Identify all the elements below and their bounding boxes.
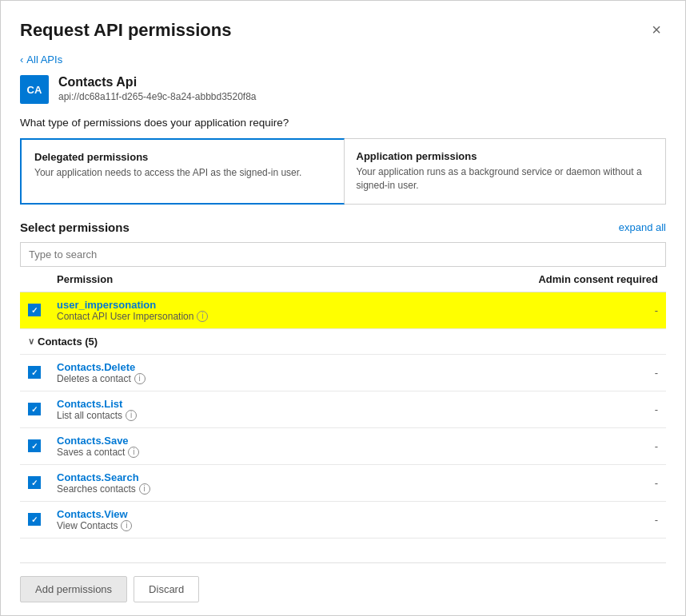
permissions-question: What type of permissions does your appli… — [20, 117, 666, 129]
contacts-search-info-icon[interactable]: i — [139, 483, 150, 495]
api-name: Contacts Api — [58, 75, 257, 89]
contacts-list-checkbox[interactable] — [28, 403, 41, 415]
contacts-delete-info-icon[interactable]: i — [134, 373, 146, 384]
api-details: Contacts Api api://dc68a11f-d265-4e9c-8a… — [58, 75, 257, 102]
delegated-permissions-desc: Your application needs to access the API… — [34, 166, 331, 180]
api-info: CA Contacts Api api://dc68a11f-d265-4e9c… — [20, 75, 666, 104]
contacts-view-admin-consent: - — [390, 501, 666, 538]
close-button[interactable]: × — [647, 20, 666, 39]
highlighted-permission-details: user_impersonation Contact API User Impe… — [49, 292, 390, 328]
dialog-header: Request API permissions × — [20, 20, 666, 41]
contacts-view-details: Contacts.View View Contacts i — [49, 501, 390, 538]
contacts-list-details: Contacts.List List all contacts i — [49, 391, 390, 427]
contacts-list-row: Contacts.List List all contacts i - — [20, 391, 666, 427]
highlighted-perm-desc: Contact API User Impersonation i — [57, 311, 382, 322]
highlighted-admin-consent: - — [390, 292, 666, 328]
col-checkbox — [20, 267, 49, 292]
contacts-view-checkbox[interactable] — [28, 513, 41, 526]
highlighted-checkbox-cell[interactable] — [20, 292, 49, 328]
select-permissions-title: Select permissions — [20, 221, 130, 234]
contacts-save-row: Contacts.Save Saves a contact i - — [20, 427, 666, 464]
contacts-search-row: Contacts.Search Searches contacts i - — [20, 464, 666, 501]
contacts-search-name: Contacts.Search — [57, 471, 382, 483]
contacts-view-desc: View Contacts i — [57, 520, 382, 531]
highlighted-checkbox[interactable] — [28, 304, 41, 316]
select-permissions-header: Select permissions expand all — [20, 221, 666, 234]
col-admin-consent: Admin consent required — [390, 267, 666, 292]
contacts-delete-admin-consent: - — [390, 354, 666, 391]
delegated-permissions-box[interactable]: Delegated permissions Your application n… — [20, 138, 345, 205]
contacts-view-name: Contacts.View — [57, 508, 382, 520]
contacts-delete-checkbox[interactable] — [28, 366, 41, 379]
application-permissions-desc: Your application runs as a background se… — [357, 165, 653, 193]
contacts-save-name: Contacts.Save — [57, 435, 382, 447]
highlighted-perm-content: user_impersonation Contact API User Impe… — [57, 299, 382, 322]
api-icon: CA — [20, 75, 49, 104]
contacts-list-admin-consent: - — [390, 391, 666, 427]
search-input[interactable] — [20, 242, 666, 267]
contacts-group-row[interactable]: ∨ Contacts (5) — [20, 328, 666, 354]
contacts-delete-row: Contacts.Delete Deletes a contact i - — [20, 354, 666, 391]
permission-types-row: Delegated permissions Your application n… — [20, 138, 666, 205]
chevron-left-icon: ‹ — [20, 54, 23, 66]
permissions-table: Permission Admin consent required user_i… — [20, 267, 666, 539]
highlighted-permission-row: user_impersonation Contact API User Impe… — [20, 292, 666, 328]
contacts-search-desc: Searches contacts i — [57, 483, 382, 495]
contacts-view-row: Contacts.View View Contacts i - — [20, 501, 666, 538]
collapse-chevron-icon: ∨ — [28, 336, 34, 347]
contacts-delete-details: Contacts.Delete Deletes a contact i — [49, 354, 390, 391]
contacts-save-details: Contacts.Save Saves a contact i — [49, 427, 390, 464]
dialog-footer: Add permissions Discard — [20, 562, 666, 615]
application-permissions-title: Application permissions — [357, 150, 653, 162]
contacts-group-label: ∨ Contacts (5) — [28, 336, 658, 348]
back-link[interactable]: ‹ All APIs — [20, 54, 666, 66]
contacts-save-info-icon[interactable]: i — [128, 447, 139, 458]
application-permissions-box[interactable]: Application permissions Your application… — [344, 139, 666, 204]
contacts-search-details: Contacts.Search Searches contacts i — [49, 464, 390, 501]
highlighted-info-icon[interactable]: i — [197, 311, 208, 322]
contacts-search-admin-consent: - — [390, 464, 666, 501]
dialog-title: Request API permissions — [20, 20, 231, 41]
contacts-search-checkbox[interactable] — [28, 476, 41, 489]
contacts-delete-name: Contacts.Delete — [57, 361, 382, 373]
expand-all-link[interactable]: expand all — [619, 221, 666, 233]
request-api-permissions-dialog: Request API permissions × ‹ All APIs CA … — [0, 0, 686, 616]
contacts-save-checkbox[interactable] — [28, 439, 41, 452]
api-id: api://dc68a11f-d265-4e9c-8a24-abbbd3520f… — [58, 91, 257, 102]
back-link-label: All APIs — [26, 54, 62, 66]
delegated-permissions-title: Delegated permissions — [34, 151, 331, 163]
contacts-view-info-icon[interactable]: i — [121, 520, 132, 531]
contacts-group-cell[interactable]: ∨ Contacts (5) — [20, 328, 666, 354]
contacts-delete-desc: Deletes a contact i — [57, 373, 382, 384]
contacts-list-desc: List all contacts i — [57, 410, 382, 421]
contacts-group-title: Contacts (5) — [38, 336, 98, 348]
discard-button[interactable]: Discard — [134, 576, 199, 602]
col-permission: Permission — [49, 267, 390, 292]
contacts-list-info-icon[interactable]: i — [126, 410, 137, 421]
add-permissions-button[interactable]: Add permissions — [20, 576, 127, 602]
contacts-save-admin-consent: - — [390, 427, 666, 464]
contacts-list-name: Contacts.List — [57, 398, 382, 410]
highlighted-perm-name: user_impersonation — [57, 299, 382, 311]
contacts-save-desc: Saves a contact i — [57, 447, 382, 458]
